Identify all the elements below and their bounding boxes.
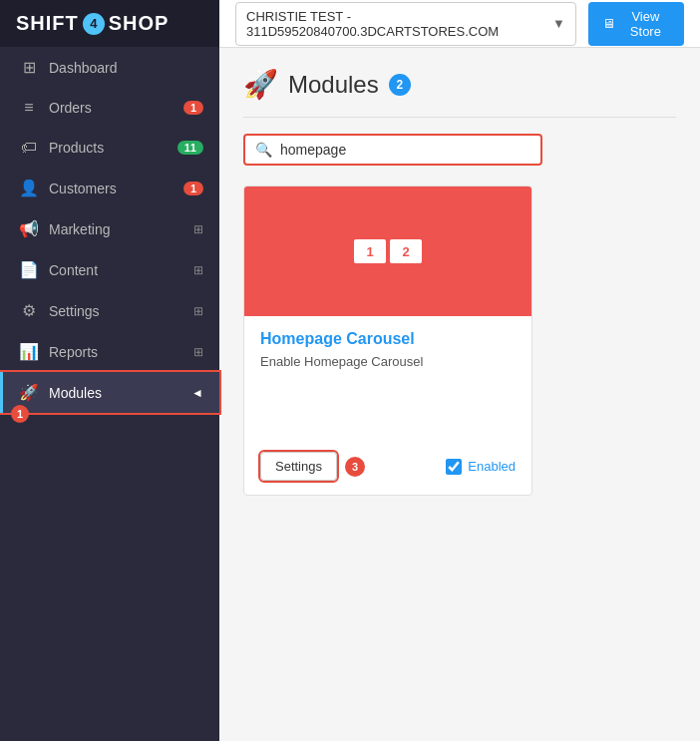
search-icon: 🔍 (255, 142, 272, 158)
expand-icon: ⊞ (193, 345, 203, 359)
sidebar-item-label: Orders (49, 100, 183, 116)
search-input[interactable] (280, 142, 480, 158)
module-card-footer: Settings 3 Enabled (244, 444, 531, 495)
reports-icon: 📊 (19, 342, 39, 361)
expand-icon: ⊞ (193, 263, 203, 277)
carousel-slide-2: 2 (390, 239, 422, 263)
dashboard-icon: ⊞ (19, 58, 39, 77)
logo-circle: 4 (83, 13, 105, 35)
view-store-button[interactable]: 🖥 View Store (588, 2, 684, 46)
monitor-icon: 🖥 (602, 16, 615, 31)
sidebar-item-label: Settings (49, 303, 193, 319)
sidebar-item-modules[interactable]: 🚀 Modules ◄ 1 (0, 372, 219, 413)
expand-icon: ⊞ (193, 222, 203, 236)
topbar: CHRISTIE TEST - 311D59520840700.3DCARTST… (219, 0, 700, 48)
sidebar-item-marketing[interactable]: 📢 Marketing ⊞ (0, 208, 219, 249)
settings-icon: ⚙ (19, 301, 39, 320)
enabled-label: Enabled (468, 459, 516, 474)
modules-grid: 1 2 Homepage Carousel Enable Homepage Ca… (243, 185, 676, 496)
sidebar-item-label: Products (49, 140, 177, 156)
sidebar-item-orders[interactable]: ≡ Orders 1 (0, 88, 219, 128)
page-title: Modules (288, 71, 379, 99)
module-card-body: Homepage Carousel Enable Homepage Carous… (244, 316, 531, 444)
carousel-slides-preview: 1 2 (354, 239, 422, 263)
enabled-toggle[interactable]: Enabled (446, 459, 516, 475)
module-description: Enable Homepage Carousel (260, 354, 516, 414)
sidebar-item-reports[interactable]: 📊 Reports ⊞ (0, 331, 219, 372)
products-icon: 🏷 (19, 139, 39, 157)
modules-icon: 🚀 (19, 383, 39, 402)
callout-1: 1 (11, 405, 29, 423)
enabled-checkbox[interactable] (446, 459, 462, 475)
sidebar-item-dashboard[interactable]: ⊞ Dashboard (0, 47, 219, 88)
store-selector[interactable]: CHRISTIE TEST - 311D59520840700.3DCARTST… (235, 2, 576, 46)
sidebar-item-customers[interactable]: 👤 Customers 1 (0, 168, 219, 208)
expand-icon: ⊞ (193, 304, 203, 318)
callout-3: 3 (345, 457, 365, 477)
customers-icon: 👤 (19, 179, 39, 197)
settings-button[interactable]: Settings (260, 452, 337, 481)
sidebar-item-label: Dashboard (49, 60, 203, 76)
page-content: 🚀 Modules 2 🔍 1 2 Homepage (219, 48, 700, 741)
page-header: 🚀 Modules 2 (243, 68, 676, 101)
customers-badge: 1 (183, 182, 203, 195)
module-card-homepage-carousel: 1 2 Homepage Carousel Enable Homepage Ca… (243, 185, 532, 496)
sidebar-item-label: Modules (49, 385, 191, 401)
store-name: CHRISTIE TEST - 311D59520840700.3DCARTST… (246, 9, 544, 39)
carousel-slide-1: 1 (354, 239, 386, 263)
sidebar-item-label: Reports (49, 344, 193, 360)
content-icon: 📄 (19, 260, 39, 279)
sidebar-item-content[interactable]: 📄 Content ⊞ (0, 249, 219, 290)
view-store-label: View Store (621, 9, 670, 39)
sidebar-item-label: Customers (49, 181, 183, 196)
sidebar-item-settings[interactable]: ⚙ Settings ⊞ (0, 290, 219, 331)
logo-suffix: SHOP (109, 12, 170, 35)
divider (243, 117, 676, 118)
module-card-image: 1 2 (244, 186, 531, 316)
logo-prefix: SHIFT (16, 12, 79, 35)
search-container: 🔍 (243, 134, 542, 166)
arrow-icon: ◄ (191, 386, 203, 400)
marketing-icon: 📢 (19, 219, 39, 238)
modules-page-icon: 🚀 (243, 68, 278, 101)
orders-badge: 1 (183, 101, 203, 115)
step-2-badge: 2 (389, 74, 411, 96)
sidebar-item-label: Content (49, 262, 193, 278)
logo: SHIFT 4 SHOP (0, 0, 219, 47)
sidebar-item-products[interactable]: 🏷 Products 11 (0, 128, 219, 168)
main-content: CHRISTIE TEST - 311D59520840700.3DCARTST… (219, 0, 700, 741)
orders-icon: ≡ (19, 99, 39, 117)
sidebar-item-label: Marketing (49, 221, 193, 237)
module-title: Homepage Carousel (260, 330, 516, 348)
chevron-down-icon: ▼ (552, 16, 565, 31)
sidebar: SHIFT 4 SHOP ⊞ Dashboard ≡ Orders 1 🏷 Pr… (0, 0, 219, 741)
products-badge: 11 (177, 141, 203, 155)
